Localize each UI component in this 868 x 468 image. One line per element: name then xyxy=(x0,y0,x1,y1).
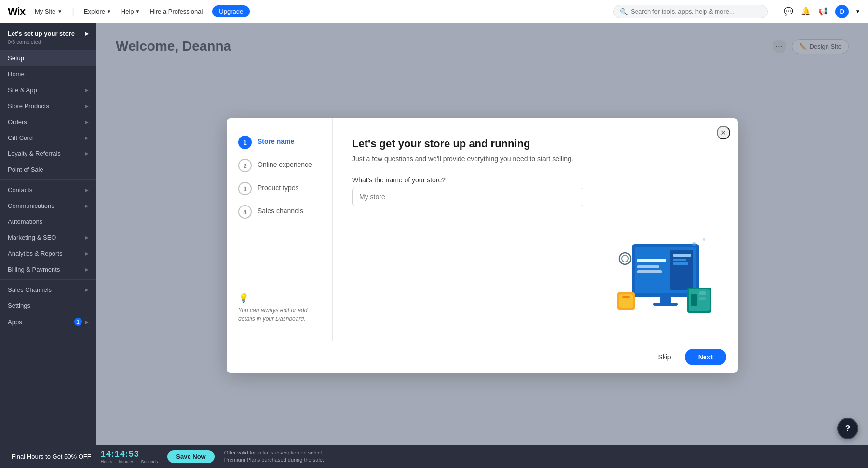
step-4: 4 Sales channels xyxy=(238,205,321,219)
sidebar-title: Let's set up your store ▶ xyxy=(8,30,89,37)
modal-right-panel: Let's get your store up and running Just… xyxy=(333,118,738,341)
sidebar-header: Let's set up your store ▶ 0/6 completed xyxy=(0,23,96,50)
sidebar-item-sales-channels[interactable]: Sales Channels ▶ xyxy=(0,282,96,298)
avatar[interactable]: D xyxy=(835,5,849,18)
svg-rect-2 xyxy=(637,259,666,262)
sidebar-item-billing[interactable]: Billing & Payments ▶ xyxy=(0,262,96,277)
sidebar-item-site-app[interactable]: Site & App ▶ xyxy=(0,82,96,98)
sidebar-item-orders[interactable]: Orders ▶ xyxy=(0,114,96,130)
step-1-circle: 1 xyxy=(238,136,252,149)
svg-rect-8 xyxy=(673,262,688,265)
svg-point-22 xyxy=(703,238,705,241)
modal-question: What's the name of your store? xyxy=(352,176,583,184)
step-2-circle: 2 xyxy=(238,159,252,172)
banner-timer: 14:14:53 xyxy=(101,449,158,459)
svg-rect-9 xyxy=(660,297,671,303)
svg-rect-16 xyxy=(691,294,697,306)
chevron-down-icon: ▼ xyxy=(136,9,140,14)
modal-body: 1 Store name 2 Online experience 3 Produ… xyxy=(227,118,738,341)
sidebar-divider-2 xyxy=(0,279,96,280)
nav-divider: | xyxy=(72,6,74,16)
step-3-label: Product types xyxy=(258,182,299,192)
modal-subtext: Just a few questions and we'll provide e… xyxy=(352,155,583,163)
sidebar-progress: 0/6 completed xyxy=(8,39,89,45)
bell-icon[interactable]: 🔔 xyxy=(800,6,811,17)
sidebar-item-settings[interactable]: Settings xyxy=(0,298,96,314)
chevron-down-icon: ▼ xyxy=(107,9,111,14)
modal-steps-panel: 1 Store name 2 Online experience 3 Produ… xyxy=(227,118,333,341)
sidebar-item-gift-card[interactable]: Gift Card ▶ xyxy=(0,130,96,146)
chevron-right-icon: ▶ xyxy=(85,151,89,156)
svg-point-20 xyxy=(622,255,628,262)
sidebar-item-apps[interactable]: Apps 1 ▶ xyxy=(0,314,96,330)
nav-explore[interactable]: Explore ▼ xyxy=(84,8,111,15)
setup-modal: × 1 Store name 2 Online experience 3 Pro… xyxy=(227,118,738,373)
sidebar-item-marketing[interactable]: Marketing & SEO ▶ xyxy=(0,230,96,246)
skip-button[interactable]: Skip xyxy=(650,349,678,365)
chevron-right-icon: ▶ xyxy=(85,135,89,140)
sidebar-item-communications[interactable]: Communications ▶ xyxy=(0,198,96,214)
chevron-down-icon[interactable]: ▼ xyxy=(855,9,860,14)
sidebar-item-loyalty[interactable]: Loyalty & Referrals ▶ xyxy=(0,146,96,162)
banner-timer-units: Hours Minutes Seconds xyxy=(101,459,158,464)
step-4-label: Sales channels xyxy=(258,205,303,215)
next-button[interactable]: Next xyxy=(685,349,726,365)
upgrade-button[interactable]: Upgrade xyxy=(212,5,250,17)
lightbulb-icon: 💡 xyxy=(238,292,321,303)
svg-rect-7 xyxy=(673,259,686,261)
step-2: 2 Online experience xyxy=(238,159,321,172)
modal-close-button[interactable]: × xyxy=(717,126,730,139)
step-2-label: Online experience xyxy=(258,159,312,168)
chevron-right-icon: ▶ xyxy=(85,103,89,109)
sidebar-item-contacts[interactable]: Contacts ▶ xyxy=(0,182,96,198)
search-input[interactable] xyxy=(631,8,761,15)
sidebar-item-home[interactable]: Home xyxy=(0,66,96,82)
svg-point-21 xyxy=(692,242,696,246)
chat-icon[interactable]: 💬 xyxy=(783,6,794,17)
store-illustration xyxy=(603,138,719,326)
banner-text: Final Hours to Get 50% OFF xyxy=(12,453,91,460)
sidebar-item-automations[interactable]: Automations xyxy=(0,214,96,230)
svg-rect-18 xyxy=(699,297,706,300)
modal-tip: 💡 You can always edit or add details in … xyxy=(238,283,321,323)
chevron-right-icon: ▶ xyxy=(85,119,89,124)
chevron-right-icon: ▶ xyxy=(85,251,89,256)
svg-rect-4 xyxy=(637,270,662,273)
chevron-down-icon: ▼ xyxy=(57,9,62,14)
sidebar-item-setup[interactable]: Setup xyxy=(0,50,96,66)
store-name-input[interactable] xyxy=(352,188,583,206)
site-selector[interactable]: My Site ▼ xyxy=(35,8,62,15)
chevron-icon[interactable]: ▶ xyxy=(85,31,89,36)
chevron-right-icon: ▶ xyxy=(85,267,89,272)
modal-form: Let's get your store up and running Just… xyxy=(352,138,583,326)
step-4-circle: 4 xyxy=(238,205,252,219)
nav-hire[interactable]: Hire a Professional xyxy=(150,8,203,15)
site-name: My Site xyxy=(35,8,55,15)
svg-point-19 xyxy=(619,253,631,264)
step-1: 1 Store name xyxy=(238,136,321,149)
sidebar-item-analytics[interactable]: Analytics & Reports ▶ xyxy=(0,246,96,262)
step-1-label: Store name xyxy=(258,136,294,145)
sidebar: Let's set up your store ▶ 0/6 completed … xyxy=(0,23,96,468)
sidebar-item-pos[interactable]: Point of Sale xyxy=(0,162,96,178)
svg-rect-6 xyxy=(673,254,691,257)
sidebar-item-store-products[interactable]: Store Products ▶ xyxy=(0,98,96,114)
broadcast-icon[interactable]: 📢 xyxy=(818,6,828,17)
step-3-circle: 3 xyxy=(238,182,252,195)
step-3: 3 Product types xyxy=(238,182,321,195)
chevron-right-icon: ▶ xyxy=(85,187,89,193)
chevron-right-icon: ▶ xyxy=(85,287,89,292)
bottom-banner: Final Hours to Get 50% OFF 14:14:53 Hour… xyxy=(0,445,868,468)
modal-footer: Skip Next xyxy=(227,341,738,373)
wix-logo: Wix xyxy=(8,5,25,18)
top-nav: Wix My Site ▼ | Explore ▼ Help ▼ Hire a … xyxy=(0,0,868,23)
illustration-svg xyxy=(608,230,714,326)
chevron-right-icon: ▶ xyxy=(85,319,89,325)
nav-help[interactable]: Help ▼ xyxy=(121,8,140,15)
help-button[interactable]: ? xyxy=(837,418,858,439)
modal-overlay: × 1 Store name 2 Online experience 3 Pro… xyxy=(96,23,868,468)
search-bar: 🔍 xyxy=(613,5,768,18)
banner-save-button[interactable]: Save Now xyxy=(167,450,214,463)
search-icon: 🔍 xyxy=(620,8,628,15)
svg-rect-3 xyxy=(637,265,659,268)
